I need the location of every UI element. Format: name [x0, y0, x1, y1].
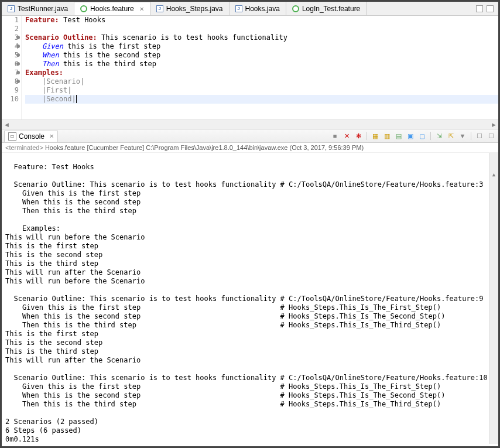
- code-line[interactable]: [25, 25, 498, 33]
- code-text: [25, 60, 42, 68]
- gutter-marker-icon: [16, 36, 20, 39]
- gutter-marker-icon: [16, 62, 20, 66]
- editor-code-area[interactable]: Feature: Test HooksScenario Outline: Thi…: [22, 16, 498, 119]
- code-text: this is the third step: [59, 60, 156, 68]
- gherkin-table-cell: |Second|: [42, 95, 76, 103]
- code-line[interactable]: Then this is the third step: [25, 60, 498, 69]
- feature-file-icon: [292, 5, 299, 12]
- toolbar-button-14[interactable]: ☐: [475, 131, 484, 141]
- java-file-icon: J: [156, 5, 163, 12]
- tab-label: Hooks.feature: [90, 5, 134, 13]
- feature-file-icon: [80, 5, 87, 12]
- line-number: 10: [2, 95, 19, 104]
- code-line[interactable]: Scenario Outline: This scenario is to te…: [25, 33, 498, 42]
- toolbar-button-11[interactable]: ⇱: [446, 131, 456, 141]
- gutter-marker-icon: [16, 45, 20, 48]
- line-number: 5: [2, 51, 19, 60]
- scroll-left-icon[interactable]: ◀: [2, 122, 11, 128]
- code-editor[interactable]: 12345678910 Feature: Test HooksScenario …: [2, 16, 498, 119]
- toolbar-button-4[interactable]: ▦: [371, 131, 380, 141]
- scroll-right-icon[interactable]: ▶: [489, 122, 498, 128]
- gherkin-keyword: Feature:: [25, 16, 59, 24]
- toolbar-button-0[interactable]: ■: [330, 131, 340, 141]
- toolbar-button-15[interactable]: ☐: [487, 131, 496, 141]
- java-file-icon: J: [8, 5, 15, 12]
- editor-gutter: 12345678910: [2, 16, 22, 119]
- code-text: This scenario is to test hooks functiona…: [97, 33, 287, 42]
- gherkin-step-keyword: Then: [42, 60, 59, 68]
- editor-tab-3[interactable]: JHooks.java: [230, 2, 286, 15]
- minimize-button[interactable]: [476, 5, 483, 12]
- editor-tab-4[interactable]: LogIn_Test.feature: [286, 2, 367, 15]
- close-icon[interactable]: ✕: [49, 133, 54, 139]
- toolbar-button-10[interactable]: ⇲: [434, 131, 444, 141]
- line-number: 2: [2, 25, 19, 33]
- editor-tab-1[interactable]: Hooks.feature✕: [74, 2, 150, 15]
- launch-text: Hooks.feature [Cucumber Feature] C:\Prog…: [43, 144, 364, 151]
- line-number: 1: [2, 16, 19, 25]
- gutter-marker-icon: [16, 53, 20, 57]
- console-launch-info: <terminated> Hooks.feature [Cucumber Fea…: [2, 143, 498, 153]
- toolbar-button-7[interactable]: ▣: [406, 131, 415, 141]
- gherkin-step-keyword: Given: [42, 42, 63, 50]
- tab-label: Hooks_Steps.java: [166, 5, 223, 13]
- console-text: Feature: Test Hooks Scenario Outline: Th…: [5, 163, 488, 443]
- code-line[interactable]: Examples:: [25, 69, 498, 77]
- toolbar-button-1[interactable]: ✕: [342, 131, 351, 141]
- console-icon: ▭: [8, 132, 16, 141]
- toolbar-button-6[interactable]: ▤: [394, 131, 403, 141]
- line-number: 3: [2, 33, 19, 42]
- console-tab-label: Console: [19, 132, 44, 141]
- console-panel-header: ▭ Console ✕ ■✕✻▦▥▤▣▢⇲⇱▼☐☐: [2, 129, 498, 143]
- code-text: [25, 77, 42, 86]
- line-number: 7: [2, 69, 19, 77]
- code-text: [25, 95, 42, 103]
- tab-label: Hooks.java: [245, 5, 280, 13]
- toolbar-button-2[interactable]: ✻: [354, 131, 363, 141]
- code-line[interactable]: Given this is the first step: [25, 42, 498, 51]
- code-text: [25, 42, 42, 50]
- console-tab[interactable]: ▭ Console ✕: [4, 131, 58, 142]
- code-text: this is the first step: [63, 42, 160, 50]
- text-cursor: [76, 95, 77, 103]
- maximize-button[interactable]: [487, 5, 494, 12]
- toolbar-button-12[interactable]: ▼: [458, 131, 467, 141]
- close-icon[interactable]: ✕: [139, 6, 144, 12]
- tab-label: LogIn_Test.feature: [302, 5, 360, 13]
- editor-window-controls: [476, 5, 498, 12]
- gherkin-step-keyword: When: [42, 51, 59, 59]
- gutter-marker-icon: [16, 80, 20, 83]
- console-output[interactable]: Feature: Test Hooks Scenario Outline: Th…: [2, 153, 498, 444]
- code-line[interactable]: Feature: Test Hooks: [25, 16, 498, 25]
- toolbar-separator: [367, 132, 367, 140]
- toolbar-separator: [471, 132, 471, 140]
- code-line[interactable]: |First|: [25, 86, 498, 95]
- gherkin-keyword: Scenario Outline:: [25, 33, 97, 42]
- line-number: 4: [2, 42, 19, 51]
- code-text: [25, 86, 42, 94]
- editor-tab-2[interactable]: JHooks_Steps.java: [150, 2, 230, 15]
- tab-label: TestRunner.java: [18, 5, 68, 13]
- console-toolbar: ■✕✻▦▥▤▣▢⇲⇱▼☐☐: [330, 131, 496, 141]
- gutter-marker-icon: [16, 71, 20, 74]
- gherkin-table-cell: |First|: [42, 86, 72, 94]
- toolbar-button-8[interactable]: ▢: [417, 131, 427, 141]
- gherkin-table-cell: |Scenario|: [42, 77, 84, 86]
- editor-horizontal-scrollbar[interactable]: ◀ ▶: [2, 119, 498, 129]
- console-vertical-scrollbar[interactable]: ▲: [489, 153, 498, 444]
- scroll-up-icon[interactable]: ▲: [489, 170, 498, 179]
- code-line[interactable]: |Scenario|: [25, 77, 498, 86]
- toolbar-button-5[interactable]: ▥: [382, 131, 392, 141]
- line-number: 9: [2, 86, 19, 95]
- code-line[interactable]: When this is the second step: [25, 51, 498, 60]
- java-file-icon: J: [235, 5, 242, 12]
- code-text: Test Hooks: [59, 16, 105, 24]
- gherkin-keyword: Examples:: [25, 69, 63, 77]
- line-number: 8: [2, 77, 19, 86]
- code-text: this is the second step: [59, 51, 160, 59]
- code-line[interactable]: |Second|: [25, 95, 498, 104]
- terminated-label: <terminated>: [5, 144, 43, 151]
- editor-tab-0[interactable]: JTestRunner.java: [2, 2, 74, 15]
- editor-tab-bar: JTestRunner.javaHooks.feature✕JHooks_Ste…: [2, 2, 498, 16]
- line-number: 6: [2, 60, 19, 69]
